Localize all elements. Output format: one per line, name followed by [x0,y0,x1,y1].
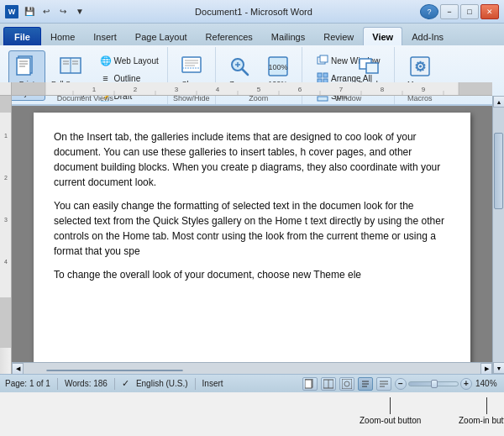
svg-rect-36 [12,82,45,96]
tab-references[interactable]: References [197,27,262,45]
paragraph-1: On the Insert tab, the galleries include… [54,129,450,190]
zoom-in-button[interactable]: + [460,378,472,390]
scroll-thumb-vertical[interactable] [494,133,503,209]
scroll-up-button[interactable]: ▲ [493,96,504,108]
status-separator-2 [114,378,115,390]
svg-rect-70 [342,379,352,389]
svg-text:1: 1 [4,133,8,139]
zoom-icon [226,53,253,80]
zoom-slider-thumb[interactable] [431,380,438,388]
spell-check[interactable]: ✓ [122,378,129,389]
svg-text:4: 4 [216,86,220,93]
svg-text:2: 2 [134,86,138,93]
svg-text:⚙: ⚙ [414,60,426,74]
zoom-out-annotation: Zoom-out button [360,397,421,425]
view-draft-button[interactable] [376,377,391,391]
edit-mode-text: Insert [202,379,223,388]
web-layout-label: Web Layout [114,56,159,66]
word-count: Words: 186 [65,379,108,388]
macros-icon: ⚙ [407,53,433,80]
svg-text:3: 3 [4,217,8,223]
ruler-vertical: 1 2 3 4 [0,96,12,374]
scroll-thumb-horizontal[interactable] [46,370,183,371]
status-separator-3 [195,378,196,390]
zoom-out-button[interactable]: − [395,378,407,390]
full-screen-icon [57,53,84,80]
minimize-button[interactable]: − [440,4,459,19]
view-print-button[interactable] [302,377,318,391]
word-count-text: Words: 186 [65,379,108,388]
view-web-button[interactable] [339,377,354,391]
tab-mailings[interactable]: Mailings [262,27,314,45]
scroll-right-button[interactable]: ▶ [480,363,492,375]
title-bar-left: W 💾 ↩ ↪ ▼ [5,4,87,19]
svg-text:2: 2 [4,175,8,181]
tab-file[interactable]: File [3,27,41,45]
zoom-slider-track[interactable] [408,381,459,386]
svg-rect-67 [305,380,312,388]
horizontal-scrollbar: ◀ ▶ [12,362,492,374]
vertical-scrollbar: ▲ ▼ [492,96,504,374]
svg-rect-24 [320,55,328,62]
status-bar-right: − + 140% [302,377,499,391]
redo-button[interactable]: ↪ [55,4,71,19]
word-icon: W [5,5,18,18]
svg-text:8: 8 [381,86,385,93]
outline-label: Outline [114,74,141,83]
web-layout-icon: 🌐 [99,54,113,67]
quick-access-toolbar: 💾 ↩ ↪ ▼ [22,4,87,19]
edit-mode: Insert [202,379,223,388]
web-layout-button[interactable]: 🌐 Web Layout [96,52,162,69]
svg-rect-60 [0,96,12,113]
svg-text:3: 3 [175,86,179,93]
page-count: Page: 1 of 1 [5,379,50,388]
tab-page-layout[interactable]: Page Layout [126,27,197,45]
zoom-in-annotation: Zoom-in button [459,397,504,425]
svg-line-18 [242,69,248,75]
status-bar: Page: 1 of 1 Words: 186 ✓ English (U.S.)… [0,374,504,392]
svg-text:7: 7 [339,86,344,93]
svg-rect-32 [366,63,378,73]
zoom-in-annotation-label: Zoom-in button [459,416,504,425]
document-area: On the Insert tab, the galleries include… [12,106,492,374]
svg-text:9: 9 [422,86,426,93]
new-window-icon [316,54,329,67]
title-bar: W 💾 ↩ ↪ ▼ Document1 - Microsoft Word ? −… [0,0,504,24]
tab-review[interactable]: Review [314,27,363,45]
zoom-out-annotation-label: Zoom-out button [360,416,421,425]
tab-add-ins[interactable]: Add-Ins [402,27,453,45]
help-button[interactable]: ? [420,4,438,19]
scroll-left-button[interactable]: ◀ [12,363,24,375]
page-count-text: Page: 1 of 1 [5,379,50,388]
svg-rect-37 [459,82,492,96]
paragraph-2: You can easily change the formatting of … [54,198,450,259]
view-outline-button[interactable] [358,377,373,391]
window-controls: ? − □ ✕ [420,4,499,19]
svg-rect-26 [323,73,328,77]
close-button[interactable]: ✕ [480,4,499,19]
customize-button[interactable]: ▼ [72,4,87,19]
save-button[interactable]: 💾 [22,4,37,19]
scroll-down-button[interactable]: ▼ [493,362,504,374]
tab-insert[interactable]: Insert [84,27,126,45]
ribbon: PrintLayout Full ScreenReading [0,45,504,106]
switch-windows-icon [355,53,382,80]
svg-text:4: 4 [4,259,8,265]
status-separator-1 [57,378,58,390]
annotations-area: Zoom-out button Zoom-in button [0,392,504,436]
zoom-in-annotation-line [486,397,487,414]
undo-button[interactable]: ↩ [39,4,54,19]
svg-text:6: 6 [298,86,302,93]
document-page: On the Insert tab, the galleries include… [34,113,470,374]
scroll-track-vertical[interactable] [493,108,504,362]
view-fullscreen-button[interactable] [321,377,336,391]
maximize-button[interactable]: □ [460,4,479,19]
language: English (U.S.) [136,379,188,388]
zoom-out-annotation-line [390,397,391,414]
ruler-horizontal: 1 2 3 4 5 6 7 8 9 [12,82,492,96]
tab-home[interactable]: Home [41,27,84,45]
show-icon [178,53,205,80]
window-title: Document1 - Microsoft Word [195,7,312,17]
tab-view[interactable]: View [363,27,402,45]
zoom-100-icon: 100% [265,53,291,80]
